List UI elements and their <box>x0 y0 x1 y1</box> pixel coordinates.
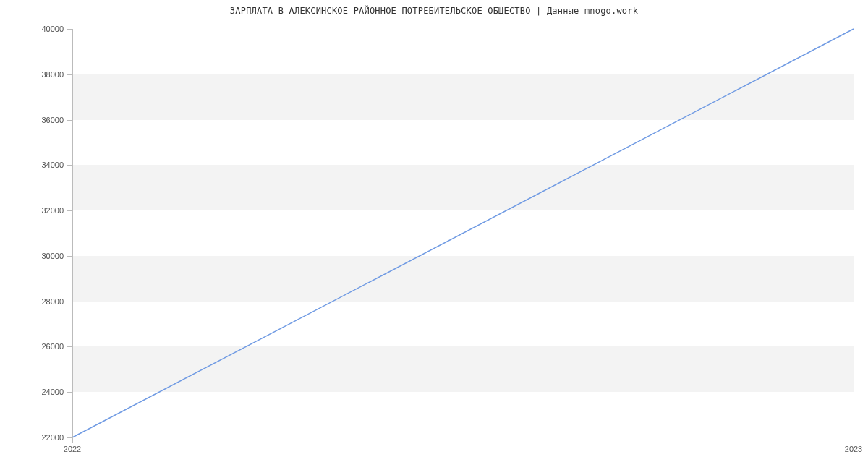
chart-title: ЗАРПЛАТА В АЛЕКСИНСКОЕ РАЙОННОЕ ПОТРЕБИТ… <box>0 6 868 16</box>
x-tick <box>72 437 73 443</box>
plot-area: 2200024000260002800030000320003400036000… <box>72 29 854 437</box>
y-tick <box>67 29 72 30</box>
y-tick-label: 22000 <box>41 433 64 442</box>
y-tick-label: 36000 <box>41 116 64 124</box>
x-tick <box>854 437 854 443</box>
x-tick-label: 2022 <box>64 445 81 453</box>
y-tick <box>67 165 72 166</box>
y-tick <box>67 210 72 211</box>
y-tick <box>67 392 72 393</box>
y-tick-label: 28000 <box>41 297 64 306</box>
y-tick <box>67 256 72 257</box>
chart-container: ЗАРПЛАТА В АЛЕКСИНСКОЕ РАЙОННОЕ ПОТРЕБИТ… <box>0 0 868 470</box>
y-tick <box>67 302 72 302</box>
series-line <box>72 29 854 437</box>
y-tick-label: 30000 <box>41 252 64 260</box>
line-layer <box>72 29 854 437</box>
y-tick-label: 34000 <box>41 161 64 169</box>
y-tick-label: 38000 <box>41 70 64 79</box>
y-tick <box>67 437 72 438</box>
y-tick-label: 40000 <box>41 25 64 33</box>
y-tick-label: 32000 <box>41 206 64 215</box>
y-tick <box>67 346 72 347</box>
x-tick-label: 2023 <box>845 445 862 453</box>
y-tick-label: 26000 <box>41 342 64 351</box>
y-tick <box>67 120 72 121</box>
y-tick <box>67 74 72 75</box>
y-tick-label: 24000 <box>41 388 64 396</box>
